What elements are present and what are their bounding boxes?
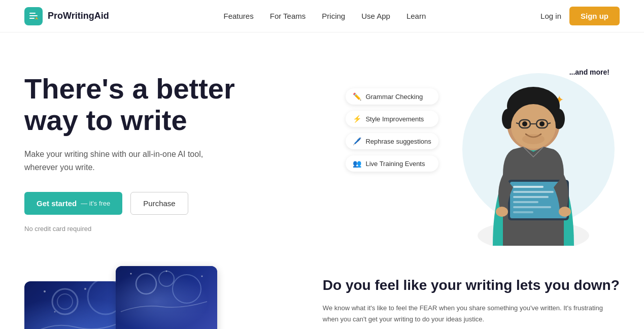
logo[interactable]: ProWritingAid — [24, 7, 109, 25]
svg-point-37 — [173, 275, 201, 303]
hero-left: There's a better way to write Make your … — [24, 63, 309, 233]
navbar: ProWritingAid Features For Teams Pricing… — [0, 0, 644, 32]
pill-grammar: ✏️ Grammar Checking — [346, 88, 438, 105]
hero-title: There's a better way to write — [24, 73, 309, 136]
rephrase-icon: 🖊️ — [353, 137, 361, 145]
image-stack: My idea in my head — [24, 266, 217, 329]
grammar-icon: ✏️ — [353, 92, 361, 101]
pill-training-label: Live Training Events — [365, 160, 425, 168]
pill-training: 👥 Live Training Events — [346, 155, 438, 172]
logo-icon — [24, 7, 43, 25]
get-started-label: Get started — [37, 199, 77, 208]
hero-illustration: ✏️ Grammar Checking ⚡ Style Improvements… — [346, 63, 620, 246]
purchase-button[interactable]: Purchase — [130, 192, 188, 215]
logo-text: ProWritingAid — [48, 11, 109, 21]
svg-rect-21 — [513, 196, 549, 198]
svg-point-25 — [496, 207, 508, 217]
svg-rect-1 — [29, 15, 38, 16]
nav-use-app[interactable]: Use App — [361, 12, 390, 20]
hero-subtitle: Make your writing shine with our all-in-… — [24, 148, 227, 174]
svg-point-35 — [54, 311, 56, 313]
person-illustration — [467, 63, 599, 246]
section-two-right: Do you feel like your writing lets you d… — [323, 266, 620, 325]
nav-links: Features For Teams Pricing Use App Learn — [224, 12, 426, 20]
pill-style: ⚡ Style Improvements — [346, 111, 438, 127]
svg-rect-0 — [29, 13, 36, 14]
training-icon: 👥 — [353, 159, 361, 168]
svg-rect-20 — [513, 191, 554, 193]
svg-point-14 — [522, 121, 527, 126]
get-started-tag: — it's free — [81, 200, 110, 207]
section-two-title: Do you feel like your writing lets you d… — [323, 276, 620, 294]
svg-rect-19 — [513, 186, 544, 188]
svg-point-27 — [52, 289, 78, 314]
pill-style-label: Style Improvements — [365, 115, 424, 123]
style-icon: ⚡ — [353, 115, 361, 123]
svg-point-41 — [201, 276, 203, 277]
svg-rect-24 — [513, 211, 533, 213]
svg-point-36 — [136, 274, 156, 294]
section-two: My idea in my head Do you feel like your… — [0, 266, 644, 329]
svg-point-16 — [522, 134, 545, 144]
hero-right: ✏️ Grammar Checking ⚡ Style Improvements… — [346, 63, 620, 246]
svg-rect-22 — [513, 201, 538, 203]
nav-actions: Log in Sign up — [540, 7, 620, 25]
no-credit-text: No credit card required — [24, 225, 309, 233]
pill-rephrase-label: Rephrase suggestions — [365, 138, 431, 145]
nav-features[interactable]: Features — [224, 12, 254, 20]
svg-point-39 — [130, 273, 132, 275]
svg-point-26 — [559, 207, 571, 217]
svg-rect-23 — [513, 206, 551, 208]
hero-buttons: Get started — it's free Purchase — [24, 192, 309, 215]
svg-point-15 — [539, 121, 545, 126]
img-front — [116, 266, 217, 329]
get-started-button[interactable]: Get started — it's free — [24, 192, 122, 215]
section-two-left: My idea in my head — [24, 266, 292, 329]
section-two-body: We know what it's like to feel the FEAR … — [323, 303, 620, 325]
feature-pills: ✏️ Grammar Checking ⚡ Style Improvements… — [346, 88, 438, 172]
svg-point-31 — [44, 290, 46, 292]
nav-pricing[interactable]: Pricing — [322, 12, 345, 20]
svg-point-32 — [84, 288, 86, 290]
svg-point-38 — [159, 271, 174, 286]
hero-section: There's a better way to write Make your … — [0, 32, 644, 266]
svg-point-40 — [166, 271, 167, 272]
svg-point-28 — [57, 294, 73, 309]
signup-button[interactable]: Sign up — [569, 7, 620, 25]
nav-for-teams[interactable]: For Teams — [270, 12, 306, 20]
pill-grammar-label: Grammar Checking — [365, 93, 423, 101]
pill-rephrase: 🖊️ Rephrase suggestions — [346, 133, 438, 149]
login-button[interactable]: Log in — [540, 12, 561, 20]
svg-rect-2 — [29, 18, 35, 19]
nav-learn[interactable]: Learn — [406, 12, 426, 20]
